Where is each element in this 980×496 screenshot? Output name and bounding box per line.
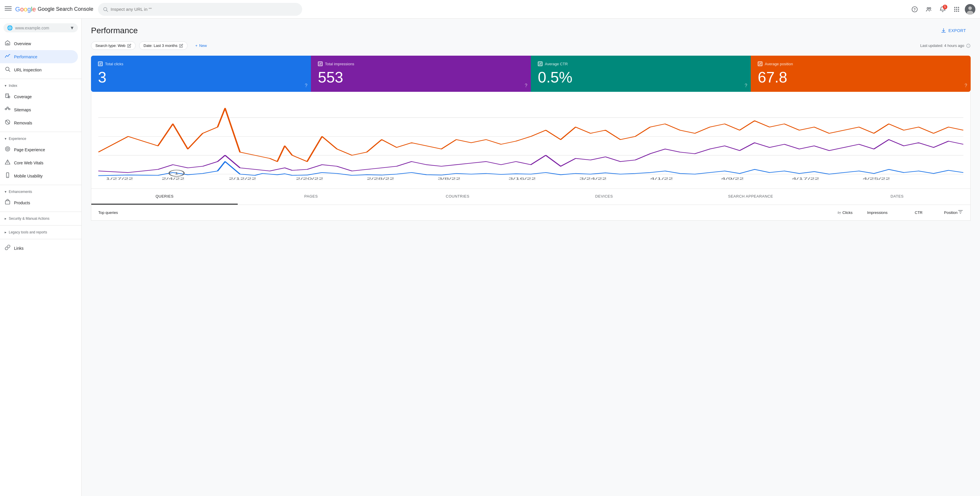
sidebar-section-experience[interactable]: ▾ Experience [0, 134, 81, 143]
sidebar-item-label: Coverage [14, 94, 32, 99]
collapse-icon: ▾ [5, 190, 6, 194]
user-avatar[interactable] [965, 4, 975, 14]
svg-text:3/16/22: 3/16/22 [508, 177, 536, 181]
svg-point-19 [968, 6, 972, 10]
sidebar-item-products[interactable]: Products [0, 196, 78, 209]
svg-rect-16 [956, 11, 957, 12]
svg-line-23 [9, 70, 10, 72]
search-type-filter[interactable]: Search type: Web [91, 41, 135, 50]
collapse-icon: ▾ [5, 84, 6, 88]
collapse-icon: ▸ [5, 230, 6, 234]
svg-rect-29 [8, 108, 10, 109]
sidebar-item-coverage[interactable]: Coverage [0, 90, 78, 103]
sidebar-item-label: Sitemaps [14, 108, 31, 112]
svg-text:4/25/22: 4/25/22 [863, 177, 890, 181]
tab-devices[interactable]: DEVICES [531, 189, 677, 204]
help-button[interactable]: ? [909, 3, 921, 15]
metric-checkbox-position[interactable] [758, 62, 762, 66]
main-content: Performance EXPORT Search type: Web Date… [82, 19, 980, 496]
sidebar-item-performance[interactable]: Performance [0, 50, 78, 63]
sidebar-item-label: Core Web Vitals [14, 160, 43, 165]
table-col-position: Position [923, 211, 958, 215]
metric-card-impressions[interactable]: Total impressions 553 ? [311, 55, 531, 92]
metric-help-position[interactable]: ? [964, 83, 967, 88]
tab-countries[interactable]: COUNTRIES [384, 189, 531, 204]
metric-value-clicks: 3 [98, 70, 304, 85]
svg-rect-11 [958, 7, 959, 8]
tab-dates[interactable]: DATES [824, 189, 970, 204]
last-updated: Last updated: 4 hours ago i [920, 43, 970, 48]
tab-queries[interactable]: QUERIES [91, 189, 238, 204]
property-selector[interactable]: 🌐 www.example.com ▼ [3, 23, 78, 32]
performance-chart: 1 1/27/22 2/4/22 2/12/22 2/20/22 2/28/22… [98, 99, 963, 181]
tab-pages[interactable]: PAGES [238, 189, 384, 204]
url-search-input[interactable] [111, 7, 298, 12]
metric-label-clicks: Total clicks [98, 62, 304, 66]
metric-help-ctr[interactable]: ? [745, 83, 747, 88]
metric-checkbox-impressions[interactable] [318, 62, 323, 66]
sidebar-item-label: URL inspection [14, 68, 41, 72]
notification-badge: 5 [943, 5, 947, 10]
menu-button[interactable] [5, 5, 12, 13]
property-dropdown-arrow: ▼ [70, 25, 75, 31]
sidebar-section-enhancements[interactable]: ▾ Enhancements [0, 187, 81, 196]
sidebar-item-removals[interactable]: Removals [0, 116, 78, 129]
apps-button[interactable] [951, 3, 963, 15]
metric-value-impressions: 553 [318, 70, 524, 85]
notification-button[interactable]: 5 [937, 3, 948, 15]
sidebar-section-legacy[interactable]: ▸ Legacy tools and reports [0, 228, 81, 237]
table-col-clicks[interactable]: Clicks [818, 211, 853, 215]
section-label: Index [9, 84, 17, 88]
svg-text:i: i [968, 44, 969, 47]
export-button[interactable]: EXPORT [936, 25, 970, 36]
tab-search-appearance[interactable]: SEARCH APPEARANCE [677, 189, 824, 204]
section-label: Experience [9, 137, 26, 141]
sidebar-item-url-inspection[interactable]: URL inspection [0, 63, 78, 76]
divider [0, 185, 81, 185]
sidebar-item-label: Mobile Usability [14, 174, 43, 178]
sitemaps-icon [5, 106, 11, 113]
topbar-icons: ? 5 [909, 3, 975, 15]
sidebar-item-sitemaps[interactable]: Sitemaps [0, 103, 78, 116]
edit-icon [179, 44, 183, 48]
url-inspection-icon [5, 66, 11, 73]
svg-point-35 [7, 148, 9, 150]
performance-icon [5, 53, 11, 60]
coverage-icon [5, 93, 11, 100]
sidebar-item-label: Products [14, 201, 30, 205]
svg-line-33 [6, 120, 10, 124]
home-icon [5, 40, 11, 47]
metric-card-ctr[interactable]: Average CTR 0.5% ? [531, 55, 751, 92]
sidebar-section-index[interactable]: ▾ Index [0, 81, 81, 90]
app-title: Google Search Console [38, 6, 93, 12]
sidebar-item-links[interactable]: Links [0, 242, 78, 255]
core-web-vitals-icon [5, 159, 11, 166]
date-label: Date: Last 3 months [143, 43, 177, 48]
sidebar-item-label: Performance [14, 54, 37, 59]
metric-checkbox-clicks[interactable] [98, 62, 103, 66]
svg-rect-2 [5, 10, 12, 11]
svg-line-30 [6, 108, 8, 109]
sidebar-section-security[interactable]: ▸ Security & Manual Actions [0, 214, 81, 223]
metric-checkbox-ctr[interactable] [538, 62, 542, 66]
svg-rect-17 [958, 11, 959, 12]
metric-card-position[interactable]: Average position 67.8 ? [751, 55, 970, 92]
sidebar-item-core-web-vitals[interactable]: Core Web Vitals [0, 156, 78, 169]
metric-label-ctr: Average CTR [538, 62, 744, 66]
svg-rect-27 [5, 108, 7, 109]
sidebar-item-page-experience[interactable]: Page Experience [0, 143, 78, 156]
metric-value-position: 67.8 [758, 70, 964, 85]
svg-rect-28 [7, 107, 8, 108]
sidebar-item-mobile-usability[interactable]: Mobile Usability [0, 169, 78, 182]
people-button[interactable] [923, 3, 934, 15]
metric-help-clicks[interactable]: ? [305, 83, 307, 88]
date-filter[interactable]: Date: Last 3 months [139, 41, 188, 50]
new-filter-button[interactable]: + New [191, 42, 211, 49]
metric-help-impressions[interactable]: ? [525, 83, 527, 88]
plus-icon: + [195, 43, 197, 48]
sidebar-item-overview[interactable]: Overview [0, 37, 78, 50]
table-filter-button[interactable] [958, 209, 963, 216]
svg-point-8 [929, 7, 931, 9]
metric-card-clicks[interactable]: Total clicks 3 ? [91, 55, 311, 92]
url-search-bar[interactable] [98, 3, 302, 16]
